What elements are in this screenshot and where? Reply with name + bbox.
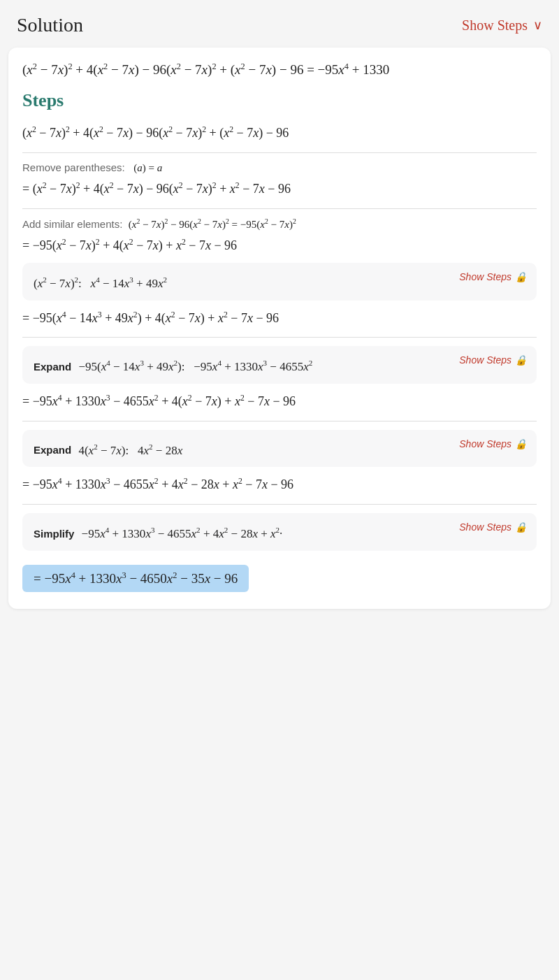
subbox3: Show Steps 🔒 Expand 4(x2 − 7x): 4x2 − 28… <box>22 430 537 468</box>
subbox2-content: Expand −95(x4 − 14x3 + 49x2): −95x4 + 13… <box>34 356 525 374</box>
steps-heading: Steps <box>22 90 537 111</box>
subbox4: Show Steps 🔒 Simplify −95x4 + 1330x3 − 4… <box>22 513 537 551</box>
subbox3-content: Expand 4(x2 − 7x): 4x2 − 28x <box>34 440 525 458</box>
step2-equation: = (x2 − 7x)2 + 4(x2 − 7x) − 96(x2 − 7x)2… <box>22 178 537 200</box>
step5-equation: = −95x4 + 1330x3 − 4655x2 + 4(x2 − 7x) +… <box>22 391 537 412</box>
lock-icon-2: 🔒 <box>515 354 527 366</box>
subbox3-show-steps[interactable]: Show Steps 🔒 <box>459 438 527 449</box>
top-equation: (x2 − 7x)2 + 4(x2 − 7x) − 96(x2 − 7x)2 +… <box>22 62 537 78</box>
step1-equation: (x2 − 7x)2 + 4(x2 − 7x) − 96(x2 − 7x)2 +… <box>22 122 537 144</box>
subbox4-show-steps[interactable]: Show Steps 🔒 <box>459 521 527 533</box>
lock-icon-4: 🔒 <box>515 521 527 533</box>
subbox4-label: Simplify <box>34 528 74 540</box>
show-steps-label: Show Steps <box>462 17 528 34</box>
subbox2-label: Expand <box>34 361 71 373</box>
solution-card: (x2 − 7x)2 + 4(x2 − 7x) − 96(x2 − 7x)2 +… <box>8 48 551 609</box>
subbox2-show-steps[interactable]: Show Steps 🔒 <box>459 354 527 366</box>
chevron-down-icon: ∨ <box>533 17 542 33</box>
final-result: = −95x4 + 1330x3 − 4650x2 − 35x − 96 <box>22 565 249 592</box>
step4-equation: = −95(x4 − 14x3 + 49x2) + 4(x2 − 7x) + x… <box>22 308 537 329</box>
lock-icon: 🔒 <box>515 271 527 282</box>
subbox2: Show Steps 🔒 Expand −95(x4 − 14x3 + 49x2… <box>22 346 537 384</box>
step3-equation: = −95(x2 − 7x)2 + 4(x2 − 7x) + x2 − 7x −… <box>22 235 537 257</box>
page-title: Solution <box>17 14 83 36</box>
step2-label: Remove parentheses: (a) = a <box>22 161 537 174</box>
subbox4-content: Simplify −95x4 + 1330x3 − 4655x2 + 4x2 −… <box>34 523 525 541</box>
subbox1-show-steps[interactable]: Show Steps 🔒 <box>459 271 527 282</box>
step6-equation: = −95x4 + 1330x3 − 4655x2 + 4x2 − 28x + … <box>22 474 537 496</box>
lock-icon-3: 🔒 <box>515 438 527 449</box>
subbox3-label: Expand <box>34 444 71 456</box>
subbox1-content: (x2 − 7x)2: x4 − 14x3 + 49x2 <box>34 273 525 291</box>
show-steps-button[interactable]: Show Steps ∨ <box>462 17 542 34</box>
step3-label: Add similar elements: (x2 − 7x)2 − 96(x2… <box>22 217 537 231</box>
subbox1: Show Steps 🔒 (x2 − 7x)2: x4 − 14x3 + 49x… <box>22 263 537 301</box>
